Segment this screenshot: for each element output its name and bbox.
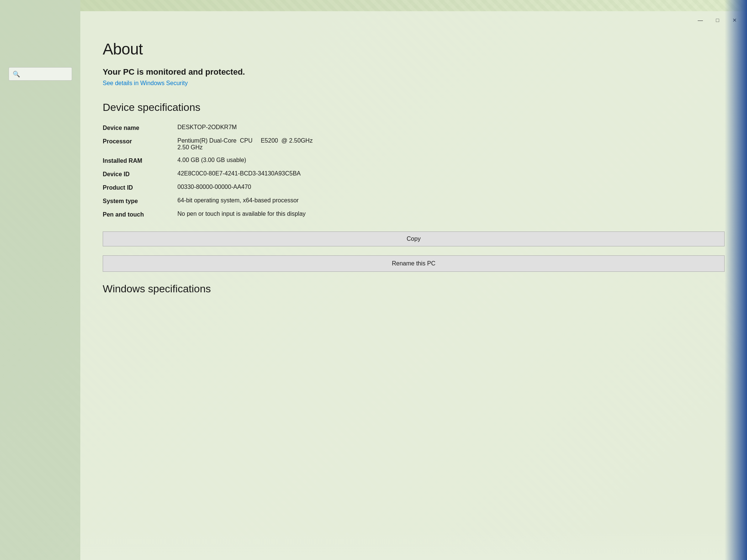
- specs-table: Device name DESKTOP-2ODKR7M Processor Pe…: [103, 124, 725, 218]
- spec-value-device-name: DESKTOP-2ODKR7M: [177, 124, 725, 131]
- spec-label-pen-touch: Pen and touch: [103, 211, 177, 218]
- spec-value-product-id: 00330-80000-00000-AA470: [177, 184, 725, 190]
- security-status-text: Your PC is monitored and protected.: [103, 67, 725, 77]
- spec-row-product-id: Product ID 00330-80000-00000-AA470: [103, 184, 725, 191]
- search-icon: 🔍: [13, 71, 20, 78]
- copy-button[interactable]: Copy: [103, 231, 725, 246]
- spec-row-ram: Installed RAM 4.00 GB (3.00 GB usable): [103, 157, 725, 164]
- sidebar: 🔍: [0, 0, 80, 560]
- spec-value-pen-touch: No pen or touch input is available for t…: [177, 211, 725, 217]
- close-button[interactable]: ✕: [726, 14, 743, 26]
- title-bar-controls: — □ ✕: [692, 14, 743, 26]
- buttons-row: Copy Rename this PC: [103, 224, 725, 272]
- rename-button[interactable]: Rename this PC: [103, 255, 725, 272]
- spec-row-device-id: Device ID 42E8C0C0-80E7-4241-BCD3-34130A…: [103, 170, 725, 178]
- spec-label-device-name: Device name: [103, 124, 177, 131]
- spec-label-ram: Installed RAM: [103, 157, 177, 164]
- device-specs-title: Device specifications: [103, 102, 725, 113]
- maximize-button[interactable]: □: [709, 14, 726, 26]
- spec-label-system-type: System type: [103, 197, 177, 205]
- page-title: About: [103, 40, 725, 58]
- windows-specs-title: Windows specifications: [103, 283, 725, 295]
- spec-value-device-id: 42E8C0C0-80E7-4241-BCD3-34130A93C5BA: [177, 170, 725, 177]
- spec-row-system-type: System type 64-bit operating system, x64…: [103, 197, 725, 205]
- main-window: — □ ✕ About Your PC is monitored and pro…: [80, 11, 747, 560]
- spec-label-processor: Processor: [103, 137, 177, 145]
- spec-value-processor: Pentium(R) Dual-Core CPU E5200 @ 2.50GHz…: [177, 137, 725, 151]
- spec-label-product-id: Product ID: [103, 184, 177, 191]
- title-bar: — □ ✕: [80, 11, 747, 29]
- spec-value-ram: 4.00 GB (3.00 GB usable): [177, 157, 725, 164]
- spec-value-system-type: 64-bit operating system, x64-based proce…: [177, 197, 725, 204]
- content-area: About Your PC is monitored and protected…: [80, 29, 747, 560]
- spec-row-processor: Processor Pentium(R) Dual-Core CPU E5200…: [103, 137, 725, 151]
- spec-row-device-name: Device name DESKTOP-2ODKR7M: [103, 124, 725, 131]
- minimize-button[interactable]: —: [692, 14, 709, 26]
- security-link[interactable]: See details in Windows Security: [103, 80, 725, 87]
- search-box[interactable]: 🔍: [9, 67, 72, 81]
- spec-label-device-id: Device ID: [103, 170, 177, 178]
- spec-row-pen-touch: Pen and touch No pen or touch input is a…: [103, 211, 725, 218]
